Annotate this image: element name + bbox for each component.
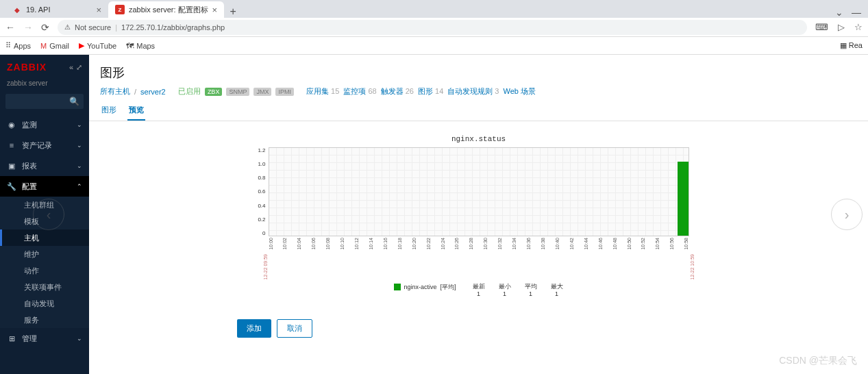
collapse-icon[interactable]: ⤢ (76, 63, 82, 72)
bc-triggers[interactable]: 触发器 (381, 87, 404, 95)
new-tab-button[interactable]: + (224, 5, 242, 18)
chart-title: nginx.status (116, 135, 841, 143)
security-text: Not secure (75, 23, 111, 32)
subtab-preview[interactable]: 预览 (127, 102, 145, 121)
bc-all-hosts[interactable]: 所有主机 (100, 86, 130, 97)
bc-host[interactable]: server2 (140, 88, 166, 96)
nav-back-icon[interactable]: ← (5, 22, 15, 33)
nav-monitoring[interactable]: ◉监测⌄ (0, 114, 89, 135)
bookmark-gmail[interactable]: M Gmail (40, 42, 69, 50)
bc-apps[interactable]: 应用集 (306, 87, 329, 95)
url-text: 172.25.70.1/zabbix/graphs.php (121, 23, 225, 32)
browser-tab-1[interactable]: ◆ 19. API × (5, 1, 108, 18)
apps-button[interactable]: ⠿ Apps (5, 41, 31, 50)
data-bar (678, 162, 689, 236)
snmp-tag: SNMP (226, 88, 249, 96)
chart-plot: 1.21.00.80.60.40.20 10:0010:0210:0410:06… (269, 147, 689, 250)
search-input[interactable]: 🔍 (5, 94, 84, 109)
nav-administration[interactable]: ⊞管理⌄ (0, 328, 89, 349)
nav-inventory[interactable]: ≡资产记录⌄ (0, 135, 89, 155)
translate-icon[interactable]: ⌨ (815, 22, 828, 32)
insecure-icon: ⚠ (64, 23, 71, 31)
close-icon[interactable]: × (212, 5, 218, 15)
subnav-actions[interactable]: 动作 (0, 262, 89, 279)
cancel-button[interactable]: 取消 (277, 319, 312, 338)
plot-area (269, 147, 689, 236)
address-bar: ← → ⟳ ⚠ Not secure | 172.25.70.1/zabbix/… (0, 18, 868, 37)
star-icon[interactable]: ☆ (854, 22, 863, 32)
chart-legend: nginx-active [平均] 最新1 最小1 平均1 最大1 (116, 283, 841, 299)
watermark: CSDN @芒果会飞 (779, 355, 857, 367)
subnav-services[interactable]: 服务 (0, 312, 89, 328)
tab-icon: Z (115, 5, 125, 14)
subnav-correlation[interactable]: 关联项事件 (0, 279, 89, 295)
chevron-down-icon: ⌄ (77, 335, 82, 342)
send-icon[interactable]: ▷ (838, 22, 845, 32)
logo[interactable]: ZABBIX (7, 62, 47, 73)
list-icon: ≡ (7, 141, 16, 149)
breadcrumb: 所有主机 / server2 已启用 ZBX SNMP JMX IPMI 应用集… (89, 86, 868, 102)
zbx-tag: ZBX (205, 88, 223, 96)
search-icon: 🔍 (69, 97, 79, 106)
collapse-icon[interactable]: « (69, 63, 73, 72)
url-input[interactable]: ⚠ Not secure | 172.25.70.1/zabbix/graphs… (58, 20, 807, 35)
next-arrow[interactable]: › (831, 199, 863, 230)
prev-arrow[interactable]: ‹ (33, 199, 64, 230)
y-axis: 1.21.00.80.60.40.20 (252, 147, 266, 236)
browser-tab-strip: ◆ 19. API × Z zabbix server: 配置图标 × + ⌄ … (0, 0, 868, 18)
window-minimize-icon[interactable]: — (852, 7, 861, 18)
nav-configuration[interactable]: 🔧配置⌃ (0, 176, 89, 197)
x-axis: 10:0010:0210:0410:0610:0810:1010:1210:14… (269, 238, 689, 250)
tab-title: zabbix server: 配置图标 (129, 5, 208, 15)
subtabs: 图形 预览 (89, 102, 868, 121)
bc-graphs[interactable]: 图形 (418, 87, 433, 95)
bc-web[interactable]: Web 场景 (503, 87, 535, 95)
subnav-discovery[interactable]: 自动发现 (0, 295, 89, 312)
x-range-end: 12-22 10:59 (690, 254, 695, 281)
window-chevron-icon[interactable]: ⌄ (835, 7, 843, 18)
wrench-icon: 🔧 (7, 182, 16, 191)
subnav-hosts[interactable]: 主机 (0, 229, 89, 246)
chevron-down-icon: ⌄ (77, 162, 82, 169)
bookmarks-bar: ⠿ Apps M Gmail ▶ YouTube 🗺 Maps ▦ Rea (0, 37, 868, 55)
server-name: zabbix server (0, 79, 89, 91)
subtab-graph[interactable]: 图形 (100, 102, 118, 121)
bc-items[interactable]: 监控项 (343, 87, 366, 95)
legend-series: nginx-active (404, 284, 436, 290)
close-icon[interactable]: × (96, 5, 101, 15)
main-content: 图形 所有主机 / server2 已启用 ZBX SNMP JMX IPMI … (89, 55, 868, 374)
eye-icon: ◉ (7, 121, 16, 129)
nav-reload-icon[interactable]: ⟳ (41, 22, 49, 33)
subnav-maintenance[interactable]: 维护 (0, 246, 89, 262)
chevron-down-icon: ⌄ (77, 142, 82, 149)
reading-list-button[interactable]: ▦ Rea (840, 41, 863, 50)
nav-forward-icon[interactable]: → (23, 22, 33, 33)
ipmi-tag: IPMI (275, 88, 294, 96)
bc-enabled: 已启用 (178, 86, 201, 97)
chevron-down-icon: ⌄ (77, 121, 82, 128)
nav-reports[interactable]: ▣报表⌄ (0, 155, 89, 176)
legend-swatch (394, 284, 401, 290)
report-icon: ▣ (7, 162, 16, 171)
add-button[interactable]: 添加 (237, 319, 271, 338)
tab-title: 19. API (26, 5, 50, 14)
chevron-up-icon: ⌃ (77, 183, 82, 190)
jmx-tag: JMX (253, 88, 271, 96)
page-title: 图形 (89, 55, 868, 86)
tab-icon: ◆ (12, 5, 22, 14)
bookmark-maps[interactable]: 🗺 Maps (126, 42, 155, 50)
bc-discovery[interactable]: 自动发现规则 (447, 87, 493, 95)
gear-icon: ⊞ (7, 334, 16, 343)
browser-tab-2[interactable]: Z zabbix server: 配置图标 × (108, 1, 224, 18)
bookmark-youtube[interactable]: ▶ YouTube (79, 41, 116, 50)
x-range-start: 12-22 09:59 (263, 254, 268, 281)
